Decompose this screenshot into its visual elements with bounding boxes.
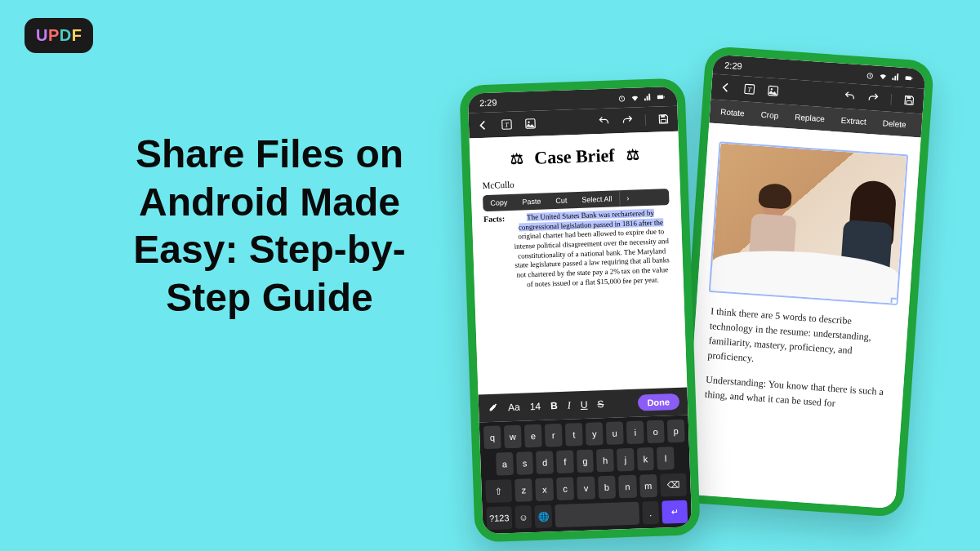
phone-back: 2:29 T Rotate Crop Replace Extract Delet… (675, 46, 934, 518)
doc-title: Case Brief (534, 144, 615, 168)
key-b[interactable]: b (598, 476, 616, 500)
key-g[interactable]: g (577, 450, 595, 473)
key-⇧[interactable]: ⇧ (485, 479, 512, 503)
key-f[interactable]: f (556, 450, 574, 473)
key-globe[interactable]: 🌐 (535, 504, 553, 528)
key-x[interactable]: x (536, 478, 554, 501)
key-i[interactable]: i (626, 420, 644, 444)
copy-button[interactable]: Copy (483, 194, 515, 211)
status-icons-front (617, 92, 666, 103)
facts-label: Facts: (483, 214, 507, 291)
screen-front: 2:29 T ⚖ Case Brief ⚖ McCullo (468, 87, 693, 535)
para1: I think there are 5 words to describe te… (707, 304, 893, 375)
delete-button[interactable]: Delete (875, 116, 914, 132)
key-e[interactable]: e (524, 424, 542, 448)
key-n[interactable]: n (618, 475, 636, 499)
para2: Understanding: You know that there is su… (704, 372, 889, 415)
key-v[interactable]: v (577, 477, 595, 500)
case-name: McCullo (479, 174, 671, 190)
select-all-button[interactable]: Select All (574, 190, 620, 208)
crop-button[interactable]: Crop (753, 107, 786, 123)
key-u[interactable]: u (606, 421, 624, 445)
svg-rect-1 (905, 76, 911, 80)
alarm-icon (865, 70, 875, 80)
extract-button[interactable]: Extract (833, 113, 874, 129)
page-area-back: I think there are 5 words to describe te… (683, 122, 920, 509)
svg-rect-16 (661, 115, 665, 118)
keyboard: qwertyuiop asdfghjkl ⇧zxcvbnm⌫ ?123 ☺ 🌐 … (479, 415, 693, 534)
save-icon[interactable] (657, 113, 670, 126)
done-button[interactable]: Done (637, 393, 679, 411)
key-space[interactable] (555, 502, 639, 528)
scales-left-icon: ⚖ (510, 149, 523, 168)
key-t[interactable]: t (565, 423, 583, 447)
more-chevron-icon[interactable]: › (619, 190, 636, 207)
key-m[interactable]: m (639, 474, 657, 498)
key-o[interactable]: o (647, 420, 665, 443)
font-selector[interactable]: Aa (508, 402, 520, 414)
text-tool-icon[interactable]: T (501, 118, 514, 131)
undo-icon[interactable] (598, 115, 611, 128)
key-q[interactable]: q (483, 425, 501, 449)
image-tool-icon[interactable] (524, 118, 537, 131)
scales-right-icon: ⚖ (626, 145, 639, 164)
key-y[interactable]: y (586, 422, 604, 446)
cut-button[interactable]: Cut (548, 192, 575, 209)
redo-icon[interactable] (866, 91, 880, 104)
svg-point-6 (771, 88, 773, 91)
logo-letter-d: D (60, 26, 72, 44)
strike-button[interactable]: S (597, 398, 604, 410)
wifi-icon (878, 71, 888, 81)
svg-point-15 (528, 121, 530, 123)
key-z[interactable]: z (514, 478, 532, 502)
alarm-icon (617, 93, 626, 102)
key-numbers[interactable]: ?123 (486, 506, 512, 530)
krow3: ⇧zxcvbnm⌫ (485, 473, 687, 504)
replace-button[interactable]: Replace (787, 109, 833, 127)
document-body-text[interactable]: I think there are 5 words to describe te… (697, 299, 900, 429)
battery-icon (904, 73, 914, 82)
logo-text: UPDF (36, 26, 82, 44)
key-enter[interactable]: ↵ (662, 500, 688, 524)
status-icons-back (865, 70, 914, 82)
back-icon[interactable] (719, 81, 733, 94)
save-icon[interactable] (902, 94, 915, 107)
italic-button[interactable]: I (568, 399, 572, 411)
bold-button[interactable]: B (550, 400, 558, 411)
underline-button[interactable]: U (581, 399, 588, 411)
signal-icon (644, 92, 653, 101)
facts-rest: original charter had been allowed to exp… (514, 228, 670, 288)
key-period[interactable]: . (642, 501, 660, 525)
key-w[interactable]: w (504, 425, 522, 449)
undo-icon[interactable] (843, 90, 856, 103)
text-tool-icon[interactable]: T (743, 82, 756, 96)
eyedropper-icon[interactable] (487, 402, 498, 414)
svg-rect-11 (664, 96, 665, 97)
image-tool-icon[interactable] (767, 84, 780, 97)
paste-button[interactable]: Paste (514, 193, 549, 210)
key-k[interactable]: k (637, 447, 655, 471)
facts-row: Facts: The United States Bank was rechar… (480, 208, 675, 291)
key-a[interactable]: a (496, 452, 514, 476)
phone-front: 2:29 T ⚖ Case Brief ⚖ McCullo (459, 78, 700, 542)
key-d[interactable]: d (536, 451, 554, 474)
key-s[interactable]: s (516, 451, 534, 475)
key-j[interactable]: j (617, 448, 635, 472)
font-size[interactable]: 14 (530, 401, 541, 412)
key-p[interactable]: p (667, 420, 685, 443)
key-r[interactable]: r (545, 424, 563, 447)
logo-letter-f: F (72, 26, 82, 44)
clock-front: 2:29 (479, 97, 497, 108)
battery-icon (657, 92, 666, 101)
key-h[interactable]: h (596, 449, 614, 473)
key-l[interactable]: l (657, 447, 675, 470)
back-icon[interactable] (477, 119, 490, 132)
key-c[interactable]: c (556, 477, 574, 500)
redo-icon[interactable] (621, 114, 635, 127)
key-emoji[interactable]: ☺ (514, 505, 532, 529)
rotate-button[interactable]: Rotate (713, 104, 753, 121)
facts-body[interactable]: The United States Bank was rechartered b… (511, 208, 672, 290)
selected-image[interactable] (709, 141, 908, 305)
key-⌫[interactable]: ⌫ (660, 473, 687, 497)
text-context-menu: Copy Paste Cut Select All › (483, 189, 670, 211)
